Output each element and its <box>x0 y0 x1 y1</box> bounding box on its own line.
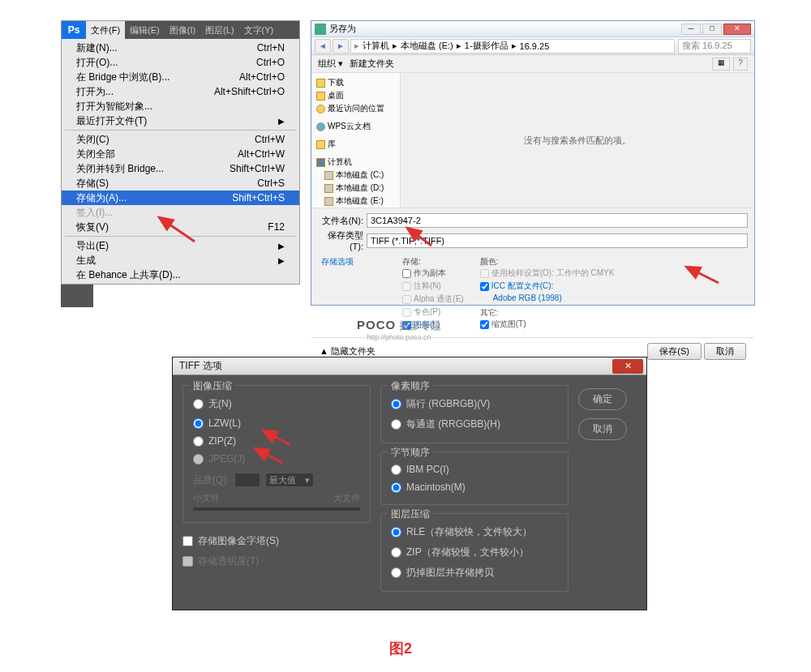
thumb-check[interactable] <box>480 320 489 329</box>
menu-item[interactable]: 在 Behance 上共享(D)... <box>62 268 299 282</box>
menu-item[interactable]: 导出(E)▶ <box>62 238 299 253</box>
menu-item[interactable]: 生成▶ <box>62 253 299 268</box>
menu-text[interactable]: 文字(Y) <box>239 21 279 39</box>
poco-watermark: POCO 摄影专题 http://photo.poco.cn <box>357 318 441 341</box>
toolbar: 组织 ▾ 新建文件夹 ▦ ? <box>311 55 754 73</box>
menu-layer[interactable]: 图层(L) <box>200 21 238 39</box>
filename-label: 文件名(N): <box>318 215 363 227</box>
compress-none[interactable]: 无(N) <box>193 394 360 414</box>
quality-input <box>234 473 260 487</box>
icc-profile-name: Adobe RGB (1998) <box>480 293 615 302</box>
forward-button[interactable]: ► <box>333 39 349 54</box>
organize-button[interactable]: 组织 ▾ <box>318 58 343 70</box>
layer-zip[interactable]: ZIP（存储较慢，文件较小） <box>391 542 558 563</box>
dialog-icon <box>315 24 326 35</box>
filetype-label: 保存类型(T): <box>318 229 363 251</box>
dialog-titlebar: 另存为 ─ □ ✕ <box>311 21 754 37</box>
layer-compress-group: 图层压缩 RLE（存储较快，文件较大） ZIP（存储较慢，文件较小） 扔掉图层并… <box>380 513 569 592</box>
menu-item[interactable]: 打开(O)...Ctrl+O <box>62 55 299 70</box>
quality-select: 最大值▾ <box>265 473 314 487</box>
menu-item[interactable]: 存储(S)Ctrl+S <box>62 176 299 190</box>
menu-edit[interactable]: 编辑(E) <box>125 21 165 39</box>
note-check <box>402 282 411 291</box>
dialog-title: 另存为 <box>329 23 356 35</box>
menu-item[interactable]: 打开为...Alt+Shift+Ctrl+O <box>62 84 299 99</box>
byte-ibm[interactable]: IBM PC(I) <box>391 460 558 478</box>
compress-jpeg: JPEG(J) <box>193 450 360 468</box>
ps-window: Ps 文件(F) 编辑(E) 图像(I) 图层(L) 文字(Y) 新建(N)..… <box>61 20 300 285</box>
tiff-cancel-button[interactable]: 取消 <box>578 418 627 440</box>
compress-group: 图像压缩 无(N) LZW(L) ZIP(Z) JPEG(J) 品质(Q): 最… <box>182 385 371 523</box>
maximize-icon[interactable]: □ <box>702 24 722 35</box>
transparency-check: 存储透明度(T) <box>182 551 371 571</box>
breadcrumb[interactable]: ▸ 计算机▸ 本地磁盘 (E:)▸ 1-摄影作品▸ 16.9.25 <box>350 39 675 54</box>
compress-lzw[interactable]: LZW(L) <box>193 414 360 432</box>
pixel-interleaved[interactable]: 隔行 (RGBRGB)(V) <box>391 394 558 414</box>
menu-item[interactable]: 打开为智能对象... <box>62 99 299 113</box>
figure-caption: 图2 <box>389 639 412 658</box>
file-list-empty: 没有与搜索条件匹配的项。 <box>401 73 754 208</box>
close-icon[interactable]: ✕ <box>723 24 751 35</box>
filetype-select[interactable] <box>367 233 748 248</box>
byte-mac[interactable]: Macintosh(M) <box>391 478 558 496</box>
tiff-ok-button[interactable]: 确定 <box>578 388 627 410</box>
pyramid-check[interactable]: 存储图像金字塔(S) <box>182 531 371 551</box>
menu-item: 签入(I)... <box>62 205 299 220</box>
ps-menubar: Ps 文件(F) 编辑(E) 图像(I) 图层(L) 文字(Y) <box>62 21 299 39</box>
byte-order-group: 字节顺序 IBM PC(I) Macintosh(M) <box>380 452 569 505</box>
as-copy-check[interactable] <box>402 269 411 278</box>
menu-item[interactable]: 关闭(C)Ctrl+W <box>62 132 299 147</box>
quality-slider <box>193 507 360 511</box>
icc-check[interactable] <box>480 282 489 291</box>
menu-item[interactable]: 关闭并转到 Bridge...Shift+Ctrl+W <box>62 161 299 176</box>
help-icon[interactable]: ? <box>733 58 748 71</box>
layer-rle[interactable]: RLE（存储较快，文件较大） <box>391 522 558 542</box>
spot-check <box>402 308 411 317</box>
tiff-close-button[interactable]: ✕ <box>612 359 643 374</box>
back-button[interactable]: ◄ <box>315 39 331 54</box>
menu-image[interactable]: 图像(I) <box>165 21 200 39</box>
menu-item[interactable]: 关闭全部Alt+Ctrl+W <box>62 147 299 161</box>
storage-options-link[interactable]: 存储选项 <box>321 256 386 268</box>
menu-item[interactable]: 最近打开文件(T)▶ <box>62 113 299 128</box>
hide-folders-toggle[interactable]: ▲ 隐藏文件夹 <box>320 345 375 357</box>
filename-input[interactable] <box>367 213 748 228</box>
menu-item[interactable]: 新建(N)...Ctrl+N <box>62 41 299 55</box>
proof-check <box>480 269 489 278</box>
folder-tree[interactable]: 下载 桌面 最近访问的位置 WPS云文档 库 计算机 本地磁盘 (C:) 本地磁… <box>311 73 401 208</box>
new-folder-button[interactable]: 新建文件夹 <box>350 58 394 70</box>
menu-item[interactable]: 存储为(A)...Shift+Ctrl+S <box>62 190 299 205</box>
menu-item[interactable]: 恢复(V)F12 <box>62 220 299 234</box>
file-menu-dropdown: 新建(N)...Ctrl+N打开(O)...Ctrl+O在 Bridge 中浏览… <box>62 39 299 284</box>
cancel-button[interactable]: 取消 <box>704 343 746 360</box>
nav-bar: ◄ ► ▸ 计算机▸ 本地磁盘 (E:)▸ 1-摄影作品▸ 16.9.25 搜索… <box>311 37 754 55</box>
view-icon[interactable]: ▦ <box>712 58 730 71</box>
alpha-check <box>402 295 411 304</box>
minimize-icon[interactable]: ─ <box>681 24 701 35</box>
search-input[interactable]: 搜索 16.9.25 <box>678 39 751 54</box>
save-button[interactable]: 保存(S) <box>647 343 702 360</box>
pixel-per-channel[interactable]: 每通道 (RRGGBB)(H) <box>391 414 558 434</box>
compress-zip[interactable]: ZIP(Z) <box>193 432 360 450</box>
ps-logo-icon: Ps <box>62 21 86 39</box>
menu-file[interactable]: 文件(F) <box>86 21 125 39</box>
tiff-options-dialog: TIFF 选项 ✕ 图像压缩 无(N) LZW(L) ZIP(Z) JPEG(J… <box>172 357 647 610</box>
tiff-titlebar: TIFF 选项 ✕ <box>173 357 646 375</box>
save-as-dialog: 另存为 ─ □ ✕ ◄ ► ▸ 计算机▸ 本地磁盘 (E:)▸ 1-摄影作品▸ … <box>311 20 755 306</box>
menu-item[interactable]: 在 Bridge 中浏览(B)...Alt+Ctrl+O <box>62 70 299 84</box>
layer-flatten[interactable]: 扔掉图层并存储拷贝 <box>391 563 558 583</box>
pixel-order-group: 像素顺序 隔行 (RGBRGB)(V) 每通道 (RRGGBB)(H) <box>380 385 569 443</box>
